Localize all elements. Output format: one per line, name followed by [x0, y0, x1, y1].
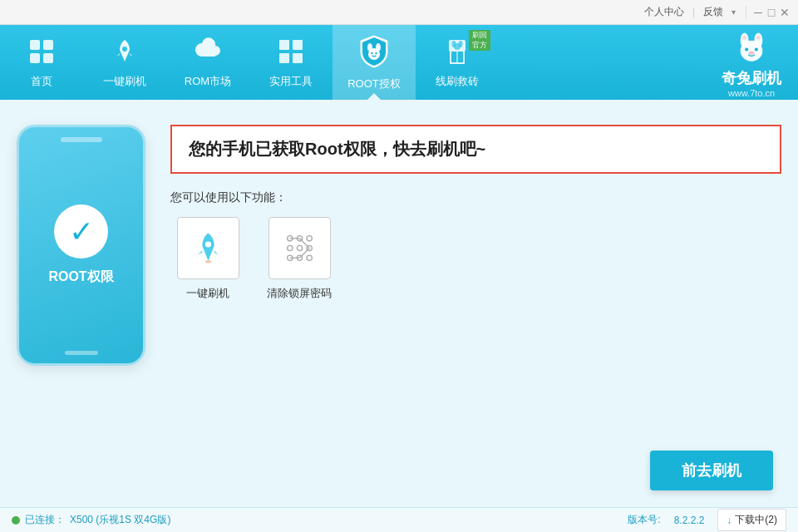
svg-point-33: [297, 245, 302, 250]
nav-item-root[interactable]: ROOT授权: [332, 25, 416, 100]
svg-point-32: [287, 245, 292, 250]
svg-point-23: [755, 47, 758, 51]
success-text: 您的手机已获取Root权限，快去刷机吧~: [189, 138, 485, 160]
svg-rect-2: [30, 53, 40, 63]
features-section: 您可以使用以下功能： 一键刷机: [170, 190, 781, 301]
nav-item-home[interactable]: 首页: [0, 25, 83, 100]
svg-point-22: [745, 47, 748, 51]
personal-center-link[interactable]: 个人中心: [644, 5, 684, 19]
grid-icon: [276, 37, 306, 71]
svg-point-28: [204, 260, 210, 264]
shield-root-icon: [357, 34, 391, 73]
svg-rect-0: [30, 40, 40, 50]
features-grid: 一键刷机: [170, 217, 781, 301]
check-icon: ✓: [69, 214, 94, 249]
download-button[interactable]: ↓ 下载中(2): [717, 509, 786, 531]
bottombar-left: 已连接： X500 (乐视1S 双4G版): [12, 513, 170, 527]
version-number: 8.2.2.2: [674, 515, 705, 526]
svg-point-4: [122, 47, 127, 52]
divider1: |: [692, 7, 695, 18]
feature-onekey[interactable]: 一键刷机: [170, 217, 245, 301]
nav-label-home: 首页: [31, 74, 52, 89]
nav-label-lineflash: 线刷救砖: [436, 74, 479, 89]
close-button[interactable]: ✕: [778, 6, 791, 19]
svg-point-27: [204, 241, 210, 247]
feature-pattern-icon: [281, 229, 318, 267]
feature-unlock[interactable]: 清除锁屏密码: [262, 217, 337, 301]
svg-rect-8: [293, 53, 303, 63]
svg-point-21: [741, 41, 763, 62]
dropdown-arrow-icon[interactable]: ▾: [732, 7, 736, 17]
svg-rect-1: [43, 40, 53, 50]
phone-check-circle: ✓: [54, 204, 108, 259]
version-label: 版本号:: [628, 513, 660, 527]
maximize-button[interactable]: □: [765, 6, 778, 19]
phone-root-label: ROOT权限: [48, 268, 113, 286]
titlebar: 个人中心 | 反馈 ▾ ─ □ ✕: [0, 0, 798, 25]
cloud-icon: [193, 37, 223, 71]
phone-bottom-bar: [65, 351, 98, 355]
feedback-link[interactable]: 反馈: [703, 5, 723, 19]
svg-point-37: [307, 255, 312, 260]
brand-area: 奇兔刷机 www.7to.cn: [722, 25, 798, 100]
home-icon: [27, 37, 57, 71]
device-connected-dot: [12, 516, 20, 525]
titlebar-right: 个人中心 | 反馈 ▾: [644, 5, 736, 19]
feature-onekey-icon-box[interactable]: [177, 217, 239, 279]
nav-item-onekey[interactable]: 一键刷机: [83, 25, 166, 100]
svg-rect-3: [43, 53, 53, 63]
minimize-button[interactable]: ─: [751, 6, 765, 19]
main-content: ✓ ROOT权限 您的手机已获取Root权限，快去刷机吧~ 您可以使用以下功能：: [0, 100, 798, 507]
nav-item-rom[interactable]: ROM市场: [166, 25, 249, 100]
feature-onekey-label: 一键刷机: [186, 286, 229, 301]
content-right: 您的手机已获取Root权限，快去刷机吧~ 您可以使用以下功能：: [170, 125, 781, 482]
device-name: X500 (乐视1S 双4G版): [70, 513, 170, 527]
nav-label-rom: ROM市场: [185, 74, 231, 89]
svg-rect-6: [293, 40, 303, 50]
nav-item-lineflash[interactable]: 刷回官方 线刷救砖: [416, 25, 499, 100]
svg-rect-7: [279, 53, 289, 63]
divider-vertical: [746, 6, 746, 19]
nav-item-tools[interactable]: 实用工具: [249, 25, 332, 100]
success-banner: 您的手机已获取Root权限，快去刷机吧~: [170, 125, 781, 174]
brand-name: 奇兔刷机: [722, 68, 781, 88]
phone-mockup: ✓ ROOT权限: [17, 125, 145, 366]
usb-icon: [442, 37, 472, 71]
feature-unlock-label: 清除锁屏密码: [267, 286, 332, 301]
brand-url: www.7to.cn: [728, 88, 775, 98]
svg-rect-5: [279, 40, 289, 50]
rocket-icon: [110, 37, 140, 71]
feature-rocket-icon: [190, 229, 227, 267]
svg-point-13: [375, 52, 377, 53]
official-badge: 刷回官方: [469, 30, 490, 51]
bottombar-right: 版本号: 8.2.2.2 ↓ 下载中(2): [628, 509, 786, 531]
brand-logo-icon: [731, 27, 772, 68]
features-label: 您可以使用以下功能：: [170, 190, 781, 205]
svg-point-11: [368, 48, 380, 60]
svg-point-26: [756, 36, 761, 40]
nav-label-onekey: 一键刷机: [103, 74, 146, 89]
svg-point-17: [454, 43, 461, 50]
download-label: 下载中(2): [735, 513, 777, 527]
phone-top-bar: [61, 137, 102, 142]
navbar: 首页 一键刷机 ROM市场: [0, 25, 798, 100]
connected-label: 已连接：: [25, 513, 65, 527]
nav-label-tools: 实用工具: [269, 74, 313, 89]
feature-unlock-icon-box[interactable]: [268, 217, 331, 279]
nav-label-root: ROOT授权: [347, 76, 401, 91]
svg-point-25: [742, 36, 746, 40]
go-flash-button[interactable]: 前去刷机: [650, 451, 773, 490]
svg-point-31: [307, 236, 312, 241]
download-arrow-icon: ↓: [727, 515, 732, 526]
svg-point-12: [371, 52, 372, 53]
svg-point-24: [749, 52, 755, 55]
bottombar: 已连接： X500 (乐视1S 双4G版) 版本号: 8.2.2.2 ↓ 下载中…: [0, 507, 798, 532]
